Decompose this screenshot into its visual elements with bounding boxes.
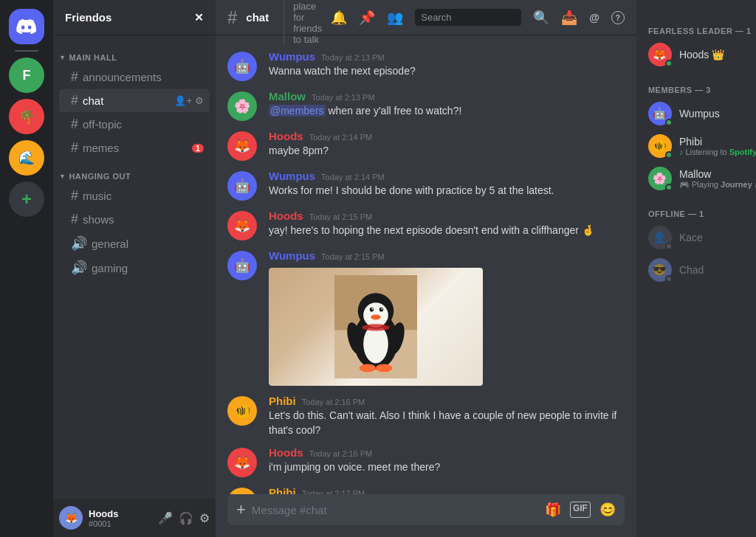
message-author[interactable]: Wumpus [269, 170, 315, 182]
channel-off-topic[interactable]: # off-topic [59, 113, 210, 136]
main-chat: # chat a place for friends to talk 🔔 📌 👥… [216, 0, 636, 537]
channel-hash-icon: # [71, 188, 78, 204]
member-activity: 🎮 Playing Journey 🎮 [679, 180, 756, 190]
server-sidebar: F 🌴 🌊 + [0, 0, 53, 537]
channel-name-label: general [92, 238, 204, 250]
members-category-leader: FEARLESS LEADER — 1 [642, 15, 756, 38]
channel-memes[interactable]: # memes 1 [59, 136, 210, 159]
avatar: 🤖 [227, 251, 257, 280]
chat-header-icons: 🔔 📌 👥 🔍 📥 @ ? [331, 9, 625, 26]
bell-icon[interactable]: 🔔 [331, 10, 347, 26]
message-group: 🦊 Hoods Today at 2:15 PM yay! here's to … [216, 207, 636, 243]
member-info: Hoods 👑 [679, 49, 756, 60]
avatar: 🦊 [227, 131, 257, 161]
search-input[interactable] [415, 9, 521, 26]
message-author[interactable]: Phibi [269, 395, 296, 407]
members-icon[interactable]: 👥 [387, 10, 403, 26]
message-content: Mallow Today at 2:13 PM @members when ar… [269, 90, 625, 121]
user-info: Hoods #0001 [89, 508, 152, 528]
channel-announcements[interactable]: # announcements [59, 66, 210, 89]
category-label: HANGING OUT [69, 172, 131, 181]
member-status-indicator [665, 60, 673, 67]
category-arrow: ▼ [59, 54, 66, 61]
message-timestamp: Today at 2:16 PM [302, 398, 365, 406]
server-icon-3[interactable]: 🌊 [9, 140, 44, 176]
member-item-phibi[interactable]: 🐠 Phibi ♪ Listening to Spotify 🎵 [642, 130, 756, 162]
message-author[interactable]: Phibi [269, 486, 296, 494]
gif-button[interactable]: GIF [570, 502, 591, 518]
message-timestamp: Today at 2:16 PM [309, 449, 373, 458]
help-icon[interactable]: ? [611, 11, 625, 24]
channel-name-label: gaming [92, 262, 204, 274]
server-icon-friendos[interactable]: F [9, 58, 44, 93]
message-timestamp: Today at 2:13 PM [312, 93, 375, 102]
add-server-button[interactable]: + [9, 181, 44, 217]
members-category-members: MEMBERS — 3 [642, 74, 756, 97]
member-avatar: 🦊 [648, 43, 672, 66]
message-header: Hoods Today at 2:15 PM [269, 209, 625, 222]
channel-music[interactable]: # music [59, 184, 210, 207]
add-member-icon[interactable]: 👤+ [174, 95, 192, 106]
headset-icon[interactable]: 🎧 [179, 511, 193, 525]
avatar: 🐠 [227, 396, 257, 426]
message-header: Wumpus Today at 2:14 PM [269, 170, 625, 182]
home-server-icon[interactable] [9, 9, 44, 44]
gift-icon[interactable]: 🎁 [545, 502, 561, 518]
spotify-icon: ♪ [679, 148, 684, 156]
server-icon-2[interactable]: 🌴 [9, 99, 44, 134]
channel-general-voice[interactable]: 🔊 general [59, 232, 210, 255]
emoji-picker-icon[interactable]: 😊 [599, 502, 616, 518]
member-status-indicator [665, 275, 673, 283]
message-author[interactable]: Hoods [269, 209, 303, 222]
message-group: 🤖 Wumpus Today at 2:14 PM Works for me! … [216, 167, 636, 204]
channel-hash-icon: # [71, 140, 78, 156]
category-hanging-out[interactable]: ▼ HANGING OUT [53, 160, 216, 184]
add-attachment-button[interactable]: + [236, 494, 246, 525]
member-item-mallow[interactable]: 🌸 Mallow 🎮 Playing Journey 🎮 [642, 162, 756, 195]
message-group: 🐠 Phibi Today at 2:16 PM Let's do this. … [216, 392, 636, 440]
message-group: 🌸 Mallow Today at 2:13 PM @members when … [216, 87, 636, 124]
user-panel: 🦊 Hoods #0001 🎤 🎧 ⚙ [53, 499, 216, 537]
member-status-indicator [665, 243, 673, 250]
mention-icon[interactable]: @ [589, 12, 599, 24]
member-item-wumpus[interactable]: 🤖 Wumpus [642, 97, 756, 130]
member-item-kace[interactable]: 👤 Kace [642, 221, 756, 254]
channel-name-label: off-topic [83, 118, 204, 131]
member-info: Kace [679, 232, 756, 243]
inbox-icon[interactable]: 📥 [561, 10, 577, 26]
channel-shows[interactable]: # shows [59, 208, 210, 231]
message-author[interactable]: Mallow [269, 90, 306, 103]
message-group: 🤖 Wumpus Today at 2:13 PM Wanna watch th… [216, 47, 636, 84]
activity-text: Listening to Spotify 🎵 [685, 148, 756, 157]
member-name: Hoods 👑 [679, 49, 756, 60]
settings-icon[interactable]: ⚙ [195, 95, 204, 106]
message-header: Hoods Today at 2:14 PM [269, 130, 625, 142]
category-main-hall[interactable]: ▼ MAIN HALL [53, 41, 216, 65]
chat-input-box: + 🎁 GIF 😊 [227, 494, 625, 525]
member-info: Phibi ♪ Listening to Spotify 🎵 [679, 136, 756, 157]
channel-name-label: chat [83, 94, 170, 107]
member-avatar: 😎 [648, 258, 672, 282]
message-author[interactable]: Hoods [269, 446, 303, 459]
user-settings-icon[interactable]: ⚙ [199, 511, 210, 525]
message-author[interactable]: Wumpus [269, 50, 315, 63]
message-text: @members when are y'all free to watch?! [269, 104, 625, 119]
message-timestamp: Today at 2:13 PM [321, 53, 385, 62]
channel-chat[interactable]: # chat 👤+ ⚙ [59, 89, 210, 112]
chat-input-area: + 🎁 GIF 😊 [216, 494, 636, 537]
member-item-hoods-leader[interactable]: 🦊 Hoods 👑 [642, 38, 756, 71]
channel-gaming-voice[interactable]: 🔊 gaming [59, 256, 210, 280]
svg-point-9 [379, 308, 384, 312]
server-header[interactable]: Friendos ✕ [53, 0, 216, 35]
pin-icon[interactable]: 📌 [359, 10, 375, 26]
message-author[interactable]: Hoods [269, 130, 303, 142]
member-item-chad[interactable]: 😎 Chad [642, 254, 756, 286]
message-text: Works for me! I should be done with prac… [269, 184, 625, 198]
messages-container: 🤖 Wumpus Today at 2:13 PM Wanna watch th… [216, 35, 636, 494]
message-input[interactable] [252, 496, 539, 524]
message-author[interactable]: Wumpus [269, 249, 315, 262]
mute-microphone-icon[interactable]: 🎤 [158, 511, 173, 525]
channel-hash-icon: # [71, 212, 78, 227]
search-icon[interactable]: 🔍 [533, 10, 549, 26]
message-content: Wumpus Today at 2:14 PM Works for me! I … [269, 170, 625, 201]
